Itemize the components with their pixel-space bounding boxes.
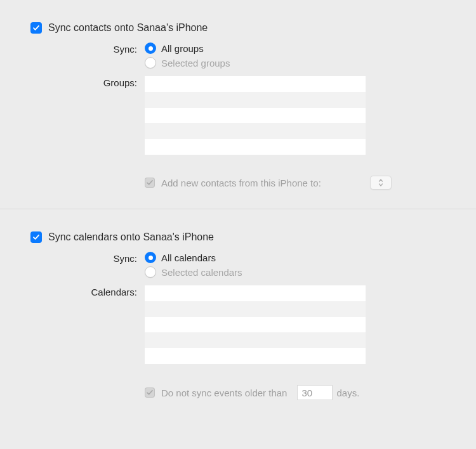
contacts-radio-group: All groups Selected groups: [145, 42, 230, 68]
list-item: [145, 348, 366, 364]
calendars-sync-row: Sync: All calendars Selected calendars: [30, 252, 446, 278]
checkmark-icon: [32, 233, 40, 241]
groups-listbox[interactable]: [145, 76, 366, 155]
radio-selected-groups[interactable]: [145, 57, 156, 68]
contacts-sync-label: Sync:: [48, 42, 145, 55]
add-contacts-text: Add new contacts from this iPhone to:: [161, 178, 321, 188]
radio-selected-calendars-row[interactable]: Selected calendars: [145, 266, 242, 278]
add-contacts-row: Add new contacts from this iPhone to:: [145, 176, 446, 190]
add-contacts-popup[interactable]: [370, 176, 392, 190]
groups-row: Groups:: [30, 76, 446, 155]
radio-selected-groups-label: Selected groups: [161, 58, 230, 68]
sync-calendars-checkbox[interactable]: [30, 231, 42, 243]
add-contacts-checkbox: [145, 178, 155, 188]
calendars-radio-group: All calendars Selected calendars: [145, 252, 242, 278]
radio-selected-groups-row[interactable]: Selected groups: [145, 57, 230, 68]
calendars-header-row: Sync calendars onto Sanaa's iPhone: [30, 231, 446, 243]
radio-all-calendars-label: All calendars: [161, 252, 216, 263]
calendars-section: Sync calendars onto Sanaa's iPhone Sync:…: [0, 209, 476, 419]
contacts-section: Sync contacts onto Sanaa's iPhone Sync: …: [0, 22, 476, 209]
radio-all-groups[interactable]: [145, 42, 156, 54]
contacts-header-text: Sync contacts onto Sanaa's iPhone: [48, 22, 208, 34]
radio-all-calendars[interactable]: [145, 252, 156, 263]
list-item: [145, 76, 366, 92]
calendars-sync-label: Sync:: [48, 252, 145, 264]
radio-selected-calendars-label: Selected calendars: [161, 267, 242, 278]
checkmark-icon: [32, 24, 40, 32]
checkmark-icon: [146, 179, 154, 186]
list-item: [145, 123, 366, 139]
list-item: [145, 301, 366, 317]
sync-contacts-checkbox[interactable]: [30, 22, 42, 34]
list-item: [145, 317, 366, 333]
list-item: [145, 285, 366, 301]
checkmark-icon: [146, 389, 154, 396]
calendars-list-label: Calendars:: [48, 285, 145, 297]
days-input[interactable]: [297, 385, 333, 400]
contacts-sync-row: Sync: All groups Selected groups: [30, 42, 446, 68]
radio-all-calendars-row[interactable]: All calendars: [145, 252, 242, 263]
chevron-updown-icon: [378, 178, 383, 187]
dont-sync-row: Do not sync events older than days.: [145, 385, 446, 400]
radio-all-groups-row[interactable]: All groups: [145, 42, 230, 54]
calendars-listbox[interactable]: [145, 285, 366, 364]
dont-sync-text: Do not sync events older than: [161, 387, 287, 398]
days-suffix: days.: [336, 387, 359, 398]
dont-sync-checkbox: [145, 387, 155, 398]
radio-selected-calendars[interactable]: [145, 266, 156, 278]
list-item: [145, 108, 366, 124]
calendars-header-text: Sync calendars onto Sanaa's iPhone: [48, 231, 214, 243]
calendars-list-row: Calendars:: [30, 285, 446, 364]
list-item: [145, 332, 366, 348]
groups-label: Groups:: [48, 76, 145, 88]
list-item: [145, 139, 366, 155]
contacts-header-row: Sync contacts onto Sanaa's iPhone: [30, 22, 446, 34]
list-item: [145, 92, 366, 108]
radio-all-groups-label: All groups: [161, 43, 204, 54]
